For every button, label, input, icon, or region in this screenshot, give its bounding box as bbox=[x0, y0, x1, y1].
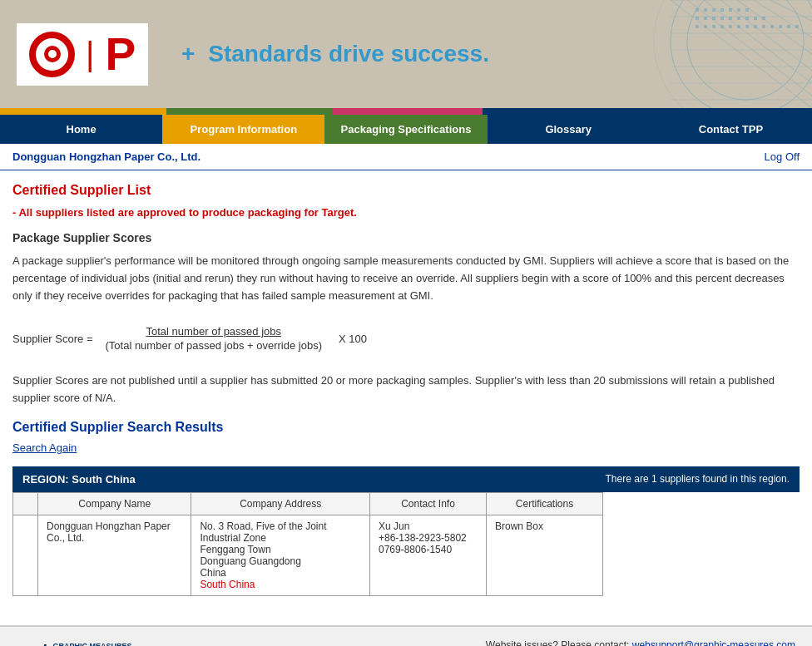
address-line5: South China bbox=[200, 579, 255, 590]
gmi-logo: gmi GRAPHIC MEASURESINTERNATIONAL bbox=[17, 642, 132, 646]
table-row: Dongguan Hongzhan Paper Co., Ltd. No. 3 … bbox=[13, 515, 603, 595]
svg-rect-23 bbox=[745, 8, 749, 12]
svg-rect-29 bbox=[737, 17, 740, 20]
svg-rect-26 bbox=[712, 17, 715, 20]
logo-box: | P bbox=[17, 23, 148, 86]
nav-packaging-specifications[interactable]: Packaging Specifications bbox=[324, 115, 487, 144]
certified-supplier-title: Certified Supplier List bbox=[12, 183, 800, 198]
formula-area: Supplier Score = Total number of passed … bbox=[12, 317, 800, 360]
row-company-name: Dongguan Hongzhan Paper Co., Ltd. bbox=[38, 515, 191, 595]
main-content: Certified Supplier List - All suppliers … bbox=[0, 170, 812, 609]
package-scores-title: Package Supplier Scores bbox=[12, 231, 800, 244]
logo-divider: | bbox=[86, 36, 94, 73]
svg-rect-24 bbox=[696, 17, 699, 20]
col-header-certifications: Certifications bbox=[487, 492, 603, 515]
page-header: | P + Standards drive success. bbox=[0, 0, 812, 108]
svg-rect-19 bbox=[712, 8, 715, 12]
search-results-title: Certified Supplier Search Results bbox=[12, 420, 800, 435]
svg-rect-31 bbox=[754, 17, 757, 20]
address-line3: Donguang Guangdong bbox=[200, 555, 300, 567]
contact-phone2: 0769-8806-1540 bbox=[379, 544, 452, 555]
svg-rect-22 bbox=[737, 8, 740, 12]
svg-rect-40 bbox=[754, 25, 757, 28]
svg-rect-39 bbox=[745, 25, 749, 28]
col-header-company-name: Company Name bbox=[38, 492, 191, 515]
gmi-company-label: GRAPHIC MEASURESINTERNATIONAL bbox=[53, 642, 132, 646]
col-header-num bbox=[13, 492, 38, 515]
svg-rect-32 bbox=[762, 17, 765, 20]
svg-rect-30 bbox=[745, 17, 749, 20]
svg-rect-33 bbox=[696, 25, 699, 28]
grid-decoration-icon bbox=[579, 0, 812, 108]
nav-home[interactable]: Home bbox=[0, 115, 162, 144]
svg-rect-18 bbox=[704, 8, 707, 12]
table-header-row: Company Name Company Address Contact Inf… bbox=[13, 492, 603, 515]
formula-fraction: Total number of passed jobs (Total numbe… bbox=[105, 325, 322, 352]
svg-rect-43 bbox=[779, 25, 782, 28]
svg-line-4 bbox=[687, 0, 812, 96]
log-off-link[interactable]: Log Off bbox=[765, 150, 800, 163]
main-nav: Home Program Information Packaging Speci… bbox=[0, 115, 812, 144]
page-footer: gmi GRAPHIC MEASURESINTERNATIONAL Websit… bbox=[0, 625, 812, 646]
address-line1: No. 3 Road, Five of the Joint Industrial… bbox=[200, 520, 326, 544]
suppliers-table-container: Company Name Company Address Contact Inf… bbox=[12, 492, 800, 596]
suppliers-table: Company Name Company Address Contact Inf… bbox=[12, 492, 603, 596]
svg-rect-38 bbox=[737, 25, 740, 28]
svg-rect-27 bbox=[720, 17, 724, 20]
contact-name: Xu Jun bbox=[379, 520, 409, 532]
row-num bbox=[13, 515, 38, 595]
row-certifications: Brown Box bbox=[487, 515, 603, 595]
nav-color-bar bbox=[0, 108, 812, 115]
tagline-text: Standards drive success. bbox=[208, 41, 489, 67]
bar-green bbox=[166, 108, 333, 115]
svg-line-9 bbox=[770, 0, 812, 21]
svg-rect-36 bbox=[720, 25, 724, 28]
tagline-plus: + bbox=[181, 41, 195, 67]
footer-right: Website issues? Please contact: websuppo… bbox=[486, 639, 795, 646]
svg-line-6 bbox=[720, 0, 812, 71]
region-count: There are 1 suppliers found in this regi… bbox=[606, 473, 790, 485]
svg-point-2 bbox=[654, 0, 812, 108]
address-line2: Fenggang Town bbox=[200, 544, 270, 555]
svg-rect-25 bbox=[704, 17, 707, 20]
logo-o-inner bbox=[44, 46, 61, 62]
user-bar: Dongguan Hongzhan Paper Co., Ltd. Log Of… bbox=[0, 144, 812, 170]
formula-label: Supplier Score = bbox=[12, 333, 92, 345]
svg-rect-21 bbox=[729, 8, 732, 12]
nav-contact-tpp[interactable]: Contact TPP bbox=[650, 115, 812, 144]
svg-rect-37 bbox=[729, 25, 732, 28]
bar-orange bbox=[0, 108, 166, 115]
svg-rect-28 bbox=[729, 17, 732, 20]
address-line4: China bbox=[200, 567, 225, 579]
row-company-address: No. 3 Road, Five of the Joint Industrial… bbox=[191, 515, 370, 595]
gmi-logo-text: gmi bbox=[17, 642, 47, 646]
bar-pink bbox=[333, 108, 483, 115]
nav-glossary[interactable]: Glossary bbox=[488, 115, 650, 144]
contact-phone1: +86-138-2923-5802 bbox=[379, 532, 467, 544]
footer-issues-text: Website issues? Please contact: websuppo… bbox=[486, 639, 795, 646]
approved-text: - All suppliers listed are approved to p… bbox=[12, 206, 800, 219]
svg-rect-17 bbox=[696, 8, 699, 12]
col-header-company-address: Company Address bbox=[191, 492, 370, 515]
col-header-contact-info: Contact Info bbox=[370, 492, 487, 515]
svg-rect-42 bbox=[770, 25, 774, 28]
fraction-denominator: (Total number of passed jobs + override … bbox=[105, 339, 322, 352]
fraction-numerator: Total number of passed jobs bbox=[146, 325, 281, 339]
svg-rect-34 bbox=[704, 25, 707, 28]
svg-rect-44 bbox=[787, 25, 790, 28]
svg-rect-41 bbox=[762, 25, 765, 28]
bar-dark bbox=[483, 108, 812, 115]
tagline: + Standards drive success. bbox=[181, 41, 496, 67]
svg-rect-35 bbox=[712, 25, 715, 28]
formula-multiplier: X 100 bbox=[339, 333, 367, 345]
search-again-link[interactable]: Search Again bbox=[12, 441, 77, 454]
footer-issues-label: Website issues? Please contact: bbox=[486, 639, 630, 646]
row-contact-info: Xu Jun +86-138-2923-5802 0769-8806-1540 bbox=[370, 515, 487, 595]
region-label: REGION: South China bbox=[22, 473, 136, 486]
svg-rect-45 bbox=[795, 25, 799, 28]
body-text-scores: A package supplier's performance will be… bbox=[12, 253, 800, 304]
logo-o bbox=[29, 32, 75, 77]
nav-program-information[interactable]: Program Information bbox=[162, 115, 324, 144]
footer-support-email[interactable]: websupport@graphic-measures.com bbox=[632, 639, 795, 646]
user-company-name: Dongguan Hongzhan Paper Co., Ltd. bbox=[12, 150, 201, 163]
